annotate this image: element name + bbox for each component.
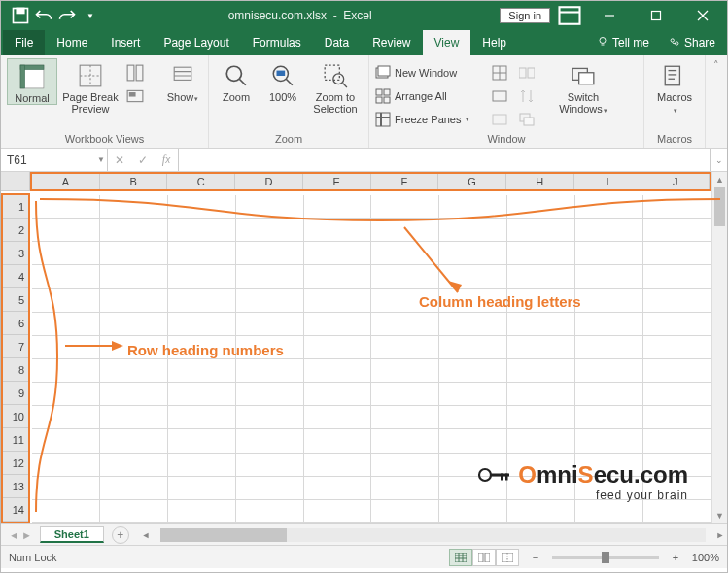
tab-review[interactable]: Review [361,30,422,55]
maximize-button[interactable] [636,2,676,29]
arrange-all-button[interactable]: Arrange All [375,85,484,107]
col-header[interactable]: J [641,174,710,189]
view-page-break-icon[interactable] [496,549,519,566]
expand-formula-bar-icon[interactable]: ⌄ [710,149,727,171]
col-header[interactable]: E [303,174,371,189]
hscroll-right-icon[interactable]: ► [713,530,727,540]
new-window-button[interactable]: New Window [375,62,484,84]
show-dropdown[interactable]: Show▾ [163,58,202,103]
sync-scroll-button[interactable] [515,85,538,107]
hscroll-thumb[interactable] [160,528,287,542]
qat-customize-icon[interactable]: ▼ [81,6,100,25]
sheet-nav-next-icon[interactable]: ► [21,529,32,541]
zoom-in-button[interactable]: + [669,552,682,563]
scroll-up-icon[interactable]: ▲ [712,172,727,187]
row-header[interactable]: 9 [3,382,28,405]
svg-rect-51 [665,66,679,85]
sign-in-button[interactable]: Sign in [500,8,550,23]
row-header[interactable]: 1 [3,195,28,219]
tab-data[interactable]: Data [313,30,361,55]
switch-windows-icon [570,62,597,89]
col-header[interactable]: C [167,174,235,189]
tab-help[interactable]: Help [470,30,518,55]
page-break-label: Page Break Preview [62,91,118,115]
row-header[interactable]: 4 [3,265,28,288]
unhide-button[interactable] [488,109,511,130]
minimize-button[interactable] [589,2,630,29]
svg-rect-33 [376,89,382,95]
normal-view-button[interactable]: Normal [7,58,57,105]
row-header[interactable]: 3 [3,242,28,265]
row-header[interactable]: 13 [3,475,28,498]
zoom-100-button[interactable]: 100% [261,58,304,103]
col-header[interactable]: D [235,174,303,189]
row-header[interactable]: 11 [3,428,28,452]
row-header[interactable]: 8 [3,358,28,382]
col-header[interactable]: A [32,174,100,189]
switch-windows-button[interactable]: Switch Windows▾ [555,58,611,115]
insert-function-icon[interactable]: fx [155,152,178,167]
col-header[interactable]: G [438,174,506,189]
view-normal-icon[interactable] [449,549,472,566]
tab-home[interactable]: Home [45,30,99,55]
row-header[interactable]: 10 [3,405,28,428]
tab-view[interactable]: View [423,30,471,55]
tab-file[interactable]: File [3,30,45,55]
row-header[interactable]: 2 [3,219,28,242]
row-headers[interactable]: 1 2 3 4 5 6 7 8 9 10 11 12 13 14 [1,193,30,523]
redo-icon[interactable] [57,6,77,25]
scroll-down-icon[interactable]: ▼ [712,508,727,523]
page-layout-view-button[interactable] [123,62,147,84]
col-header[interactable]: B [100,174,168,189]
zoom-level[interactable]: 100% [692,552,719,563]
row-header[interactable]: 6 [3,312,28,335]
custom-views-button[interactable] [123,85,147,107]
column-headers[interactable]: A B C D E F G H I J [30,172,711,191]
row-header[interactable]: 5 [3,288,28,312]
zoom-slider[interactable] [552,556,659,559]
col-header[interactable]: H [506,174,574,189]
share-label: Share [684,36,715,50]
zoom-icon [223,62,250,89]
name-box-dropdown-icon[interactable]: ▼ [97,155,105,164]
macros-button[interactable]: Macros▾ [650,58,699,115]
save-icon[interactable] [11,6,30,25]
ribbon-display-options-icon[interactable] [556,5,583,26]
zoom-button[interactable]: Zoom [215,58,258,103]
row-header[interactable]: 7 [3,335,28,358]
formula-input[interactable] [179,149,710,171]
hscroll-left-icon[interactable]: ◄ [139,530,153,540]
vertical-scrollbar[interactable]: ▲ ▼ [711,172,727,523]
freeze-panes-button[interactable]: Freeze Panes▾ [375,109,484,130]
split-button[interactable] [488,62,511,84]
view-side-by-side-button[interactable] [515,62,538,84]
zoom-out-button[interactable]: − [529,552,542,563]
col-header[interactable]: I [574,174,642,189]
zoom-to-selection-button[interactable]: Zoom to Selection [308,58,363,115]
undo-icon[interactable] [34,6,53,25]
tell-me-button[interactable]: Tell me [587,30,659,55]
new-sheet-button[interactable]: + [112,526,129,544]
cell-grid[interactable] [32,195,711,523]
close-button[interactable] [682,2,723,29]
scroll-thumb[interactable] [714,187,725,226]
reset-window-button[interactable] [515,109,538,130]
share-button[interactable]: Share [659,30,725,55]
page-break-preview-button[interactable]: Page Break Preview [61,58,120,115]
select-all-corner[interactable] [1,172,30,191]
tab-insert[interactable]: Insert [99,30,152,55]
hide-button[interactable] [488,85,511,107]
collapse-ribbon-icon[interactable]: ˄ [713,59,719,72]
row-header[interactable]: 12 [3,452,28,475]
name-box[interactable]: T61 ▼ [1,149,108,171]
col-header[interactable]: F [371,174,439,189]
view-page-layout-icon[interactable] [472,549,496,566]
row-header[interactable]: 14 [3,498,28,522]
zoom-slider-knob[interactable] [602,552,609,563]
svg-rect-35 [376,97,382,103]
tab-formulas[interactable]: Formulas [241,30,313,55]
tab-page-layout[interactable]: Page Layout [152,30,240,55]
sheet-nav-prev-icon[interactable]: ◄ [9,529,19,541]
horizontal-scrollbar[interactable] [160,528,706,542]
sheet-tab-active[interactable]: Sheet1 [40,526,104,543]
